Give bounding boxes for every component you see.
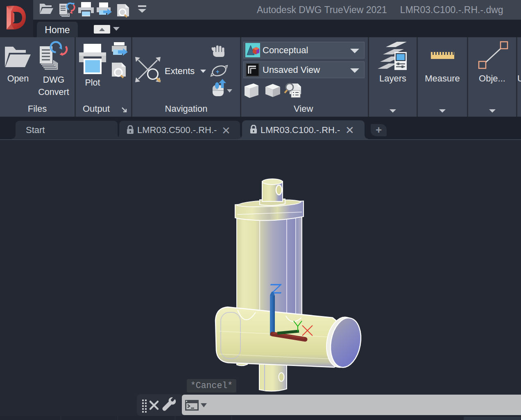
svg-text:+: + (216, 68, 220, 75)
